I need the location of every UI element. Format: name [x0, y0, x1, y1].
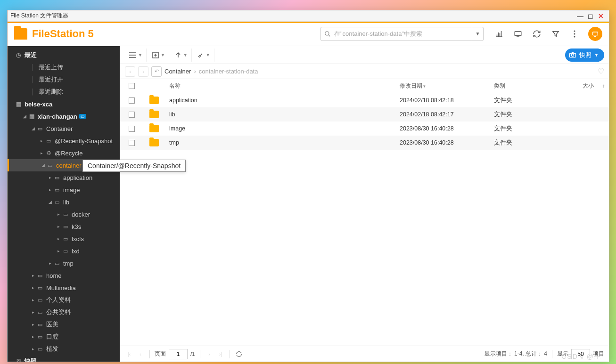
file-type: 文件夹: [494, 125, 555, 133]
volume-icon: [27, 113, 36, 120]
sidebar-lib[interactable]: ◢lib: [8, 196, 120, 208]
sidebar-lxcfs[interactable]: ▸lxcfs: [8, 233, 120, 245]
folder-icon: [36, 334, 44, 340]
tools-button[interactable]: ▼: [194, 49, 214, 62]
table-row[interactable]: application2024/02/18 08:42:18文件夹: [120, 93, 609, 107]
row-checkbox[interactable]: [129, 126, 135, 132]
more-icon[interactable]: [569, 29, 580, 39]
file-date: 2023/08/30 16:40:28: [400, 139, 494, 146]
search-box[interactable]: ▼: [320, 27, 484, 41]
svg-line-1: [329, 34, 330, 36]
minimize-button[interactable]: —: [575, 11, 585, 21]
sidebar-multimedia[interactable]: ▸Multimedia: [8, 282, 120, 294]
select-all-checkbox[interactable]: [129, 83, 135, 89]
search-input[interactable]: [334, 30, 472, 37]
close-button[interactable]: ✕: [596, 11, 606, 21]
sidebar-recent-open[interactable]: 最近打开: [8, 73, 120, 86]
table-row[interactable]: tmp2023/08/30 16:40:28文件夹: [120, 136, 609, 150]
snapshot-button[interactable]: 快照▼: [565, 49, 604, 62]
svg-rect-2: [515, 31, 521, 35]
cast-icon[interactable]: [513, 29, 523, 39]
page-input[interactable]: [169, 349, 188, 359]
refresh-button[interactable]: [235, 350, 243, 358]
app-header: FileStation 5 ▼: [8, 22, 609, 46]
app-logo[interactable]: FileStation 5: [14, 28, 94, 40]
sidebar-personal[interactable]: ▸个人资料: [8, 294, 120, 306]
sidebar-medical[interactable]: ▸医美: [8, 318, 120, 331]
sidebar[interactable]: 最近 最近上传 最近打开 最近删除 beise-xca ◢xian-changa…: [8, 46, 120, 362]
folder-icon: [36, 309, 44, 315]
row-checkbox[interactable]: [129, 112, 135, 118]
nav-up[interactable]: ↶: [151, 66, 162, 77]
file-name: image: [165, 125, 400, 132]
table-row[interactable]: lib2024/02/18 08:42:17文件夹: [120, 107, 609, 121]
folder-icon: [61, 211, 70, 218]
page-prev[interactable]: ‹: [136, 350, 145, 358]
show-count-input[interactable]: [571, 349, 590, 359]
network-icon[interactable]: [494, 29, 504, 39]
crumb-container[interactable]: Container: [164, 68, 191, 75]
file-type: 文件夹: [494, 111, 555, 119]
refresh-icon[interactable]: [532, 29, 542, 39]
view-mode-button[interactable]: ▼: [125, 49, 147, 62]
file-name: tmp: [165, 139, 400, 146]
row-checkbox[interactable]: [129, 97, 135, 104]
folder-icon: [53, 187, 61, 193]
sidebar-volume[interactable]: ◢xian-changan▭: [8, 110, 120, 122]
create-button[interactable]: ▼: [148, 49, 169, 62]
search-dropdown[interactable]: ▼: [472, 27, 483, 40]
sidebar-container[interactable]: ◢Container: [8, 122, 120, 135]
sidebar-nas[interactable]: beise-xca: [8, 98, 120, 110]
sidebar-application[interactable]: ▸application: [8, 171, 120, 184]
file-date: 2024/02/18 08:42:17: [400, 111, 494, 118]
row-checkbox[interactable]: [129, 140, 135, 146]
folder-icon: [36, 273, 44, 279]
file-name: lib: [165, 111, 400, 118]
search-icon: [321, 31, 334, 37]
page-first[interactable]: |‹: [125, 350, 133, 358]
sidebar-image[interactable]: ▸image: [8, 184, 120, 196]
sidebar-recently-snapshot[interactable]: ▸@Recently-Snapshot: [8, 135, 120, 147]
main-panel: ▼ ▼ ▼ ▼ 快照▼ ‹ › ↶ Container › container-…: [120, 46, 609, 362]
table-header: 名称 修改日期▾ 类别 大小 +: [120, 79, 609, 93]
folder-icon: [149, 97, 159, 104]
add-column-button[interactable]: +: [598, 83, 609, 89]
crumb-current[interactable]: container-station-data: [199, 68, 258, 75]
upload-button[interactable]: ▼: [171, 49, 192, 62]
col-size[interactable]: 大小: [555, 82, 598, 90]
sidebar-recent[interactable]: 最近: [8, 49, 120, 61]
remote-icon[interactable]: [588, 27, 602, 41]
sidebar-hair[interactable]: ▸植发: [8, 343, 120, 355]
nav-back[interactable]: ‹: [125, 66, 135, 77]
sidebar-recent-upload[interactable]: 最近上传: [8, 61, 120, 73]
col-date[interactable]: 修改日期▾: [400, 82, 494, 90]
page-next[interactable]: ›: [205, 350, 214, 358]
page-last[interactable]: ›|: [216, 350, 225, 358]
sidebar-home[interactable]: ▸home: [8, 269, 120, 282]
sidebar-snapshot-root[interactable]: 快照: [8, 355, 120, 362]
favorite-icon[interactable]: ♡: [598, 67, 604, 76]
sidebar-tmp[interactable]: ▸tmp: [8, 257, 120, 269]
sidebar-docker[interactable]: ▸docker: [8, 208, 120, 220]
folder-icon: [44, 138, 53, 144]
titlebar[interactable]: File Station 文件管理器 — ◻ ✕: [8, 10, 609, 22]
file-list[interactable]: application2024/02/18 08:42:18文件夹lib2024…: [120, 93, 609, 346]
sidebar-recent-delete[interactable]: 最近删除: [8, 86, 120, 98]
sidebar-k3s[interactable]: ▸k3s: [8, 220, 120, 233]
folder-icon: [36, 322, 44, 328]
sidebar-lxd[interactable]: ▸lxd: [8, 245, 120, 257]
folder-icon: [149, 139, 159, 146]
nav-forward[interactable]: ›: [138, 66, 148, 77]
folder-icon: [36, 297, 44, 303]
col-name[interactable]: 名称: [165, 82, 400, 90]
maximize-button[interactable]: ◻: [585, 11, 596, 21]
footer-summary: 显示项目： 1-4, 总计： 4: [485, 350, 547, 358]
filter-icon[interactable]: [550, 29, 561, 39]
sidebar-recycle[interactable]: ▸@Recycle: [8, 147, 120, 159]
sidebar-dental[interactable]: ▸口腔: [8, 331, 120, 343]
header-tools: [494, 27, 602, 41]
table-row[interactable]: image2023/08/30 16:40:28文件夹: [120, 121, 609, 136]
col-type[interactable]: 类别: [494, 82, 555, 90]
volume-badge: ▭: [79, 114, 86, 119]
sidebar-public[interactable]: ▸公共资料: [8, 306, 120, 318]
